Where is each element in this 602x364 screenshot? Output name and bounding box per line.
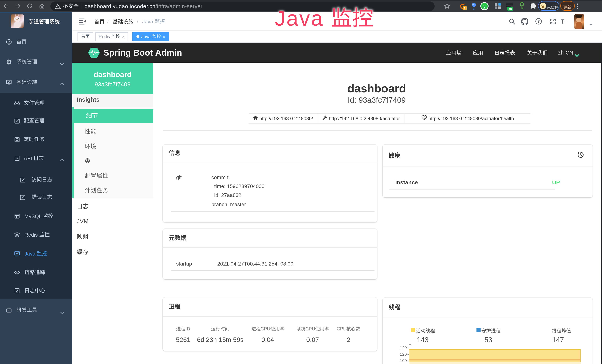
svg-text:T: T [565,20,567,24]
svg-text:1: 1 [464,7,465,10]
svg-text:y: y [483,4,486,9]
svg-text:?: ? [538,19,540,23]
svg-text:T: T [561,18,564,25]
svg-text:on: on [509,7,512,11]
